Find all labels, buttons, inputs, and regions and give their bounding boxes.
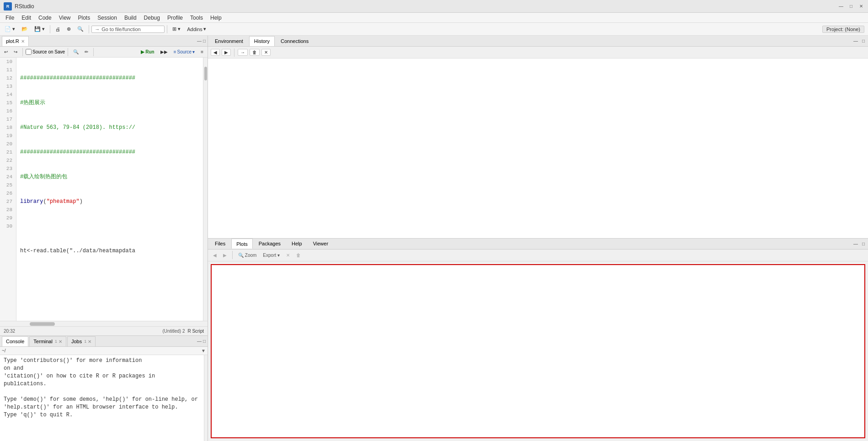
window-controls: — □ ✕ xyxy=(838,3,864,10)
terminal-tab-close[interactable]: ✕ xyxy=(59,339,62,344)
menu-view[interactable]: View xyxy=(55,14,75,22)
env-toolbar: ◀ ▶ → 🗑 ✕ xyxy=(208,47,868,58)
history-forward-btn[interactable]: ▶ xyxy=(222,49,231,56)
nav-to-file[interactable]: → Go to file/function xyxy=(91,26,165,33)
plots-pane-controls: — □ xyxy=(852,241,866,247)
undo-button[interactable]: ↩ xyxy=(2,48,10,55)
search-in-editor[interactable]: 🔍 xyxy=(71,48,81,55)
source-on-save-checkbox[interactable] xyxy=(26,49,32,55)
code-editor: 10 11 12 13 14 15 16 17 18 19 20 21 22 2… xyxy=(0,58,208,326)
toolbar-separator-1 xyxy=(50,25,50,33)
history-clear-btn[interactable]: ✕ xyxy=(261,49,271,56)
editor-tab-close[interactable]: ✕ xyxy=(21,39,25,44)
app-icon: R xyxy=(4,2,12,11)
menu-tools[interactable]: Tools xyxy=(186,14,207,22)
jobs-tab-close[interactable]: ✕ xyxy=(88,339,91,344)
run-next-button[interactable]: ▶▶ xyxy=(158,48,170,55)
new-script-button[interactable]: ⊕ xyxy=(64,25,74,33)
plots-export-btn[interactable]: Export ▾ xyxy=(261,252,282,259)
console-tab-jobs[interactable]: Jobs 1 ✕ xyxy=(67,336,96,346)
plots-tab-bar: Files Plots Packages Help Viewer — □ xyxy=(208,239,868,250)
tab-help[interactable]: Help xyxy=(287,239,307,249)
tab-packages[interactable]: Packages xyxy=(254,239,286,249)
console-tab-console[interactable]: Console xyxy=(2,336,28,346)
editor-pane: plot.R ✕ — □ ↩ ↪ Source on Save 🔍 ✏ xyxy=(0,36,208,336)
open-file-button[interactable]: 📂 xyxy=(19,25,31,33)
redo-button[interactable]: ↪ xyxy=(11,48,20,55)
editor-expand-btn[interactable]: □ xyxy=(203,38,206,43)
history-delete-btn[interactable]: 🗑 xyxy=(250,49,260,56)
editor-collapse-btn[interactable]: — xyxy=(197,38,202,43)
nav-icon: → xyxy=(95,27,100,32)
edit-pen-btn[interactable]: ✏ xyxy=(82,48,91,55)
editor-vscroll[interactable] xyxy=(203,58,208,321)
save-button[interactable]: 💾 ▾ xyxy=(32,25,48,33)
main-layout: plot.R ✕ — □ ↩ ↪ Source on Save 🔍 ✏ xyxy=(0,36,868,441)
plots-prev-btn[interactable]: ◀ xyxy=(211,252,219,259)
ed-sep3 xyxy=(93,48,94,56)
source-button[interactable]: ≡ Source ▾ xyxy=(171,48,197,55)
new-file-button[interactable]: 📄 ▾ xyxy=(2,25,18,33)
plots-delete-btn[interactable]: ✕ xyxy=(284,252,292,259)
env-collapse-btn[interactable]: — xyxy=(852,38,859,44)
run-label: Run xyxy=(145,49,154,54)
console-scroll-btn[interactable]: ▼ xyxy=(201,348,206,353)
line-numbers: 10 11 12 13 14 15 16 17 18 19 20 21 22 2… xyxy=(0,58,16,321)
run-button[interactable]: ▶ Run xyxy=(138,48,156,55)
tab-plots[interactable]: Plots xyxy=(231,239,252,249)
tab-viewer[interactable]: Viewer xyxy=(308,239,333,249)
console-pane: Console Terminal 1 ✕ Jobs 1 ✕ — □ ~ xyxy=(0,336,208,441)
plots-toolbar: ◀ ▶ 🔍 Zoom Export ▾ ✕ 🗑 xyxy=(208,250,868,261)
env-sep1 xyxy=(234,48,234,57)
console-expand-btn[interactable]: □ xyxy=(203,339,206,344)
menu-plots[interactable]: Plots xyxy=(75,14,94,22)
status-right: (Untitled) 2 R Script xyxy=(163,329,204,334)
env-content[interactable] xyxy=(208,58,868,238)
console-collapse-btn[interactable]: — xyxy=(197,339,202,344)
plots-zoom-btn[interactable]: 🔍 Zoom xyxy=(236,252,259,259)
plots-next-btn[interactable]: ▶ xyxy=(221,252,229,259)
source-on-save-label: Source on Save xyxy=(26,49,65,55)
tab-files[interactable]: Files xyxy=(210,239,230,249)
title-bar-left: R RStudio xyxy=(4,2,34,11)
history-back-btn[interactable]: ◀ xyxy=(211,49,220,56)
title-bar: R RStudio — □ ✕ xyxy=(0,0,868,13)
code-lines[interactable]: ################################### #热图展… xyxy=(16,58,203,321)
jobs-tab-num: 1 xyxy=(84,339,86,344)
find-button[interactable]: 🔍 xyxy=(75,25,86,33)
minimize-button[interactable]: — xyxy=(838,3,844,10)
print-button[interactable]: 🖨 xyxy=(53,25,63,33)
history-send-btn[interactable]: → xyxy=(238,49,248,56)
console-scrollbar[interactable] xyxy=(204,355,208,441)
menu-session[interactable]: Session xyxy=(94,14,121,22)
menu-code[interactable]: Code xyxy=(35,14,55,22)
menu-debug[interactable]: Debug xyxy=(140,14,164,22)
close-button[interactable]: ✕ xyxy=(858,3,864,10)
menu-edit[interactable]: Edit xyxy=(18,14,35,22)
plots-clear-btn[interactable]: 🗑 xyxy=(294,252,303,259)
menu-help[interactable]: Help xyxy=(207,14,225,22)
menu-build[interactable]: Build xyxy=(121,14,140,22)
editor-hscroll[interactable] xyxy=(0,321,208,326)
nav-label: Go to file/function xyxy=(101,27,141,32)
addins-button[interactable]: Addins ▾ xyxy=(184,25,209,33)
code-line-19 xyxy=(20,296,199,304)
code-line-18 xyxy=(20,271,199,280)
code-content: 10 11 12 13 14 15 16 17 18 19 20 21 22 2… xyxy=(0,58,208,321)
editor-tab-plot-r[interactable]: plot.R ✕ xyxy=(2,36,29,46)
menu-profile[interactable]: Profile xyxy=(164,14,186,22)
env-pane-controls: — □ xyxy=(852,38,866,44)
console-tab-terminal[interactable]: Terminal 1 ✕ xyxy=(29,336,66,346)
menu-file[interactable]: File xyxy=(2,14,18,22)
maximize-button[interactable]: □ xyxy=(848,3,854,10)
workspace-button[interactable]: ⊞ ▾ xyxy=(170,25,183,33)
console-content[interactable]: Type 'contributors()' for more informati… xyxy=(0,355,204,441)
tab-connections[interactable]: Connections xyxy=(276,36,314,46)
tab-environment[interactable]: Environment xyxy=(210,36,248,46)
code-line-12: #Nature 563, 79-84 (2018). https:// xyxy=(20,123,199,132)
plots-expand-btn[interactable]: □ xyxy=(861,241,866,247)
editor-extra-btn[interactable]: ≡ xyxy=(198,48,206,55)
tab-history[interactable]: History xyxy=(249,36,275,46)
plots-collapse-btn[interactable]: — xyxy=(852,241,859,247)
env-expand-btn[interactable]: □ xyxy=(861,38,866,44)
